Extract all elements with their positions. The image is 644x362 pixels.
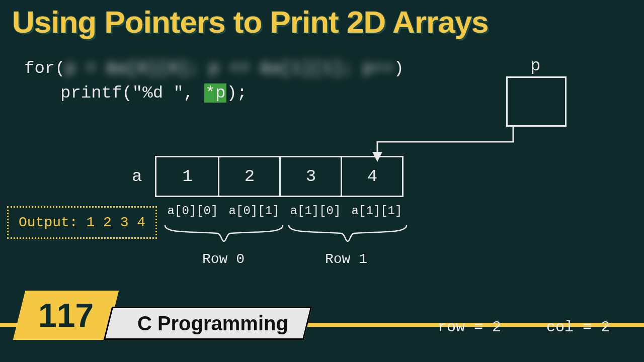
printf-star-p: *p	[204, 83, 227, 103]
row-braces	[162, 222, 410, 247]
blurred-condition: p = &a[0][0]; p <= &a[1][1]; p++	[65, 59, 394, 78]
course-title: C Programming	[137, 312, 288, 335]
slide-title: Using Pointers to Print 2D Arrays	[0, 0, 644, 40]
code-line-for: for(p = &a[0][0]; p <= &a[1][1]; p++)	[24, 56, 404, 81]
printf-suffix: );	[226, 83, 247, 103]
array-name: a	[132, 167, 142, 186]
row-label: Row 1	[285, 251, 408, 267]
array-diagram: a 1 2 3 4	[132, 156, 404, 197]
array-cell: 4	[341, 157, 402, 196]
rowcol-info: row = 2 col = 2	[438, 319, 610, 336]
array-cell: 1	[156, 157, 218, 196]
row-label: Row 0	[162, 251, 285, 267]
code-block: for(p = &a[0][0]; p <= &a[1][1]; p++) pr…	[24, 56, 404, 106]
code-line-printf: printf("%d ", *p);	[24, 81, 404, 106]
printf-prefix: printf("%d ",	[60, 83, 204, 103]
lesson-number: 117	[38, 296, 94, 334]
index-label: a[1][0]	[285, 204, 346, 218]
row-labels: Row 0 Row 1	[162, 251, 408, 267]
index-label: a[0][1]	[223, 204, 285, 218]
index-label: a[1][1]	[346, 204, 408, 218]
for-keyword: for(	[24, 59, 65, 78]
index-label: a[0][0]	[162, 204, 223, 218]
array-cells: 1 2 3 4	[155, 156, 404, 197]
row-value: row = 2	[438, 319, 501, 336]
output-box: Output: 1 2 3 4	[7, 206, 157, 239]
lesson-badge: 117	[13, 291, 119, 340]
pointer-box	[506, 76, 567, 127]
col-value: col = 2	[546, 319, 610, 336]
index-labels: a[0][0] a[0][1] a[1][0] a[1][1]	[162, 204, 408, 218]
paren-close: )	[394, 59, 404, 78]
array-cell: 3	[279, 157, 341, 196]
course-title-box: C Programming	[104, 307, 312, 340]
array-cell: 2	[218, 157, 279, 196]
pointer-label: p	[530, 56, 540, 75]
